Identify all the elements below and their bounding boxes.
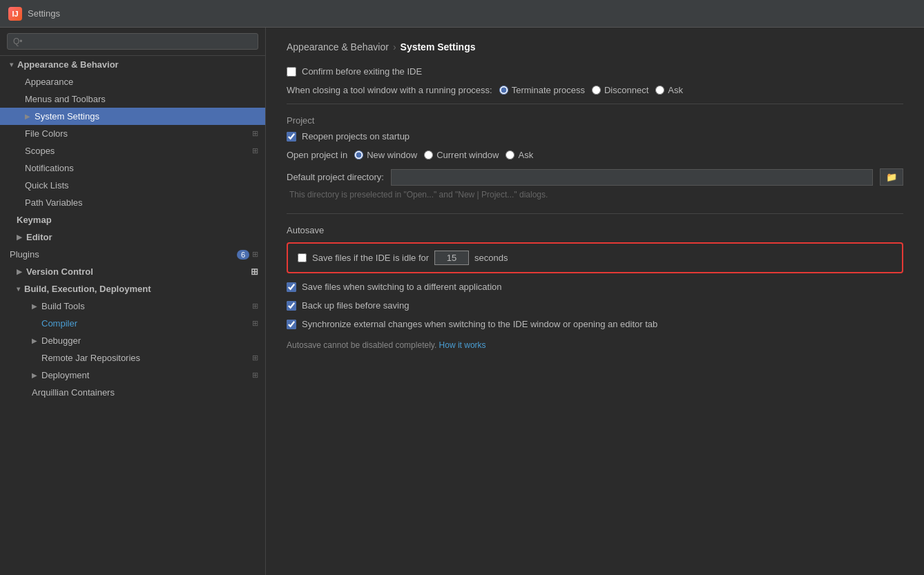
directory-input[interactable]: [391, 169, 873, 186]
radio-current-window[interactable]: Current window: [424, 150, 499, 160]
sidebar-item-arquillian[interactable]: Arquillian Containers: [0, 384, 265, 401]
window-title: Settings: [28, 8, 60, 19]
autosave-idle-box: Save files if the IDE is idle for second…: [287, 242, 903, 273]
sidebar-group-label: Appearance & Behavior: [17, 59, 119, 70]
breadcrumb-parent: Appearance & Behavior: [287, 41, 389, 52]
reopen-projects-label: Reopen projects on startup: [302, 131, 410, 142]
radio-new-window[interactable]: New window: [354, 150, 417, 160]
sidebar-item-deployment[interactable]: ▶ Deployment ⊞: [0, 367, 265, 384]
footer-note: Autosave cannot be disabled completely. …: [287, 340, 903, 350]
save-idle-checkbox[interactable]: [298, 253, 307, 262]
backup-files-row: Back up files before saving: [287, 300, 903, 311]
ask-open-label: Ask: [518, 150, 533, 160]
browse-button[interactable]: 📁: [880, 168, 903, 186]
sidebar-item-compiler[interactable]: ▶ Compiler ⊞: [0, 315, 265, 332]
sidebar-item-notifications[interactable]: Notifications: [0, 159, 265, 177]
ask-radio[interactable]: [655, 86, 664, 95]
idle-seconds-input[interactable]: [434, 251, 469, 265]
copy-icon: ⊞: [252, 371, 258, 380]
copy-icon: ⊞: [252, 319, 258, 328]
radio-ask[interactable]: Ask: [655, 85, 683, 95]
chevron-right-icon: ▶: [32, 337, 37, 344]
save-on-switch-label: Save files when switching to a different…: [302, 282, 502, 292]
closing-tool-window-row: When closing a tool window with a runnin…: [287, 85, 903, 95]
copy-icon: ⊞: [252, 129, 258, 138]
radio-disconnect[interactable]: Disconnect: [592, 85, 648, 95]
save-on-switch-row: Save files when switching to a different…: [287, 282, 903, 292]
open-project-prefix: Open project in: [287, 150, 347, 160]
how-it-works-link[interactable]: How it works: [439, 340, 486, 350]
directory-hint: This directory is preselected in "Open..…: [289, 190, 903, 199]
confirm-exit-checkbox[interactable]: [287, 67, 296, 77]
autosave-title: Autosave: [287, 225, 903, 235]
sync-external-label: Synchronize external changes when switch…: [302, 319, 657, 329]
main-content: ▾ Appearance & Behavior Appearance Menus…: [0, 28, 924, 575]
chevron-right-icon: ▶: [25, 113, 30, 120]
closing-prefix: When closing a tool window with a runnin…: [287, 85, 492, 95]
plugins-badge-group: 6 ⊞: [237, 250, 258, 260]
backup-files-checkbox[interactable]: [287, 301, 296, 311]
reopen-projects-checkbox[interactable]: [287, 132, 296, 142]
footer-note-text: Autosave cannot be disabled completely.: [287, 340, 436, 350]
copy-icon: ⊞: [252, 250, 258, 259]
reopen-projects-row: Reopen projects on startup: [287, 131, 903, 142]
plugins-badge: 6: [237, 250, 249, 260]
chevron-right-icon: ▶: [17, 268, 22, 275]
sidebar-group-version-control[interactable]: ▶ Version Control ⊞: [0, 263, 265, 280]
sidebar-item-plugins[interactable]: Plugins 6 ⊞: [0, 246, 265, 263]
chevron-right-icon: ▶: [32, 302, 37, 310]
chevron-right-icon: ▶: [32, 320, 37, 327]
sidebar-item-path-variables[interactable]: Path Variables: [0, 194, 265, 211]
divider-1: [287, 104, 903, 104]
disconnect-radio[interactable]: [592, 86, 601, 95]
backup-files-label: Back up files before saving: [302, 300, 409, 311]
confirm-exit-row: Confirm before exiting the IDE: [287, 66, 903, 77]
current-window-label: Current window: [436, 150, 499, 160]
new-window-label: New window: [367, 150, 417, 160]
sidebar-group-editor[interactable]: ▶ Editor: [0, 228, 265, 246]
sidebar-item-scopes[interactable]: Scopes ⊞: [0, 142, 265, 159]
ask-label: Ask: [668, 85, 683, 95]
new-window-radio[interactable]: [354, 150, 363, 159]
terminate-radio[interactable]: [499, 86, 508, 95]
directory-label: Default project directory:: [287, 172, 384, 182]
current-window-radio[interactable]: [424, 150, 433, 159]
seconds-label: seconds: [474, 253, 508, 263]
sidebar-item-menus-toolbars[interactable]: Menus and Toolbars: [0, 90, 265, 108]
save-idle-label: Save files if the IDE is idle for: [312, 253, 429, 263]
save-on-switch-checkbox[interactable]: [287, 282, 296, 292]
ask-open-radio[interactable]: [506, 150, 514, 159]
sidebar-group-build-execution[interactable]: ▾ Build, Execution, Deployment: [0, 280, 265, 298]
radio-terminate[interactable]: Terminate process: [499, 85, 585, 95]
app-icon: IJ: [8, 7, 22, 21]
sidebar-item-debugger[interactable]: ▶ Debugger: [0, 332, 265, 349]
sidebar-nav: ▾ Appearance & Behavior Appearance Menus…: [0, 56, 265, 575]
chevron-down-icon: ▾: [17, 285, 20, 293]
sidebar-item-keymap[interactable]: Keymap: [0, 211, 265, 228]
sidebar-item-build-tools[interactable]: ▶ Build Tools ⊞: [0, 298, 265, 315]
project-section: Project Reopen projects on startup Open …: [287, 115, 903, 199]
copy-icon: ⊞: [251, 266, 258, 277]
copy-icon: ⊞: [252, 353, 258, 362]
sidebar-item-file-colors[interactable]: File Colors ⊞: [0, 125, 265, 142]
sidebar-item-system-settings[interactable]: ▶ System Settings: [0, 108, 265, 125]
chevron-right-icon: ▶: [17, 233, 22, 241]
sidebar-group-appearance-behavior[interactable]: ▾ Appearance & Behavior: [0, 56, 265, 73]
disconnect-label: Disconnect: [604, 85, 648, 95]
autosave-section: Autosave Save files if the IDE is idle f…: [287, 225, 903, 350]
search-input[interactable]: [7, 33, 258, 50]
sidebar-item-quick-lists[interactable]: Quick Lists: [0, 177, 265, 194]
chevron-right-icon: ▶: [32, 371, 37, 379]
chevron-down-icon: ▾: [10, 61, 13, 68]
search-box: [0, 28, 265, 56]
default-directory-row: Default project directory: 📁: [287, 168, 903, 186]
open-project-in-row: Open project in New window Current windo…: [287, 150, 903, 160]
sidebar-item-appearance[interactable]: Appearance: [0, 73, 265, 90]
sidebar-item-remote-jar[interactable]: ▶ Remote Jar Repositories ⊞: [0, 349, 265, 367]
chevron-right-icon: ▶: [32, 354, 37, 362]
sync-external-row: Synchronize external changes when switch…: [287, 319, 903, 329]
sync-external-checkbox[interactable]: [287, 320, 296, 329]
title-bar: IJ Settings: [0, 0, 924, 28]
radio-ask-open[interactable]: Ask: [506, 150, 533, 160]
divider-2: [287, 213, 903, 214]
